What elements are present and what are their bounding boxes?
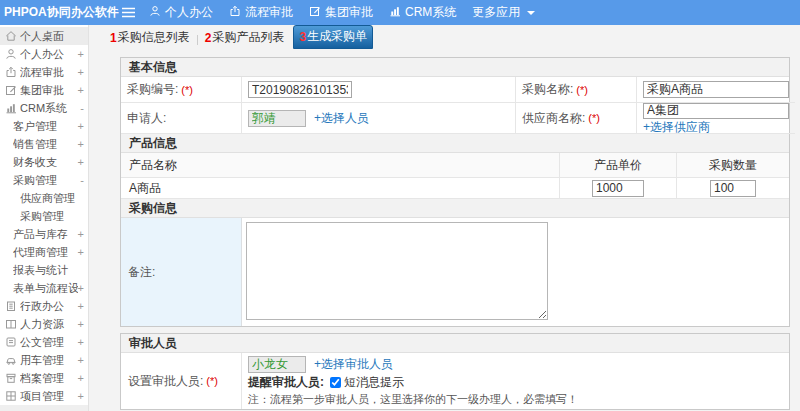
remark-row: 备注: [121, 218, 789, 326]
purchase-no-label: 采购编号: (*) [121, 77, 242, 103]
sidebar-item-human-resources[interactable]: 人力资源 + [0, 315, 88, 333]
expand-plus-icon[interactable]: + [78, 66, 84, 78]
tab-purchase-info-list[interactable]: 1 采购信息列表 [105, 27, 195, 49]
remark-textarea[interactable] [246, 222, 548, 320]
user-icon [149, 5, 161, 20]
nav-flow-approval[interactable]: 流程审批 [229, 4, 293, 21]
nav-crm-system[interactable]: CRM系统 [389, 4, 456, 21]
collapse-minus-icon[interactable]: - [80, 102, 84, 114]
supplier-name-label: 供应商名称: (*) [516, 103, 637, 134]
sidebar-item-purchase-mgmt-sub[interactable]: 采购管理 [0, 207, 88, 225]
col-header-qty: 采购数量 [677, 153, 789, 178]
user-icon [5, 48, 17, 60]
expand-plus-icon[interactable]: + [78, 228, 84, 240]
expand-plus-icon[interactable]: + [78, 390, 84, 402]
col-header-product-name: 产品名称 [121, 153, 560, 178]
expand-plus-icon[interactable]: + [78, 84, 84, 96]
sidebar-item-product-inventory[interactable]: 产品与库存 + [0, 225, 88, 243]
section-header-product-info: 产品信息 [121, 134, 789, 153]
approver-box: 审批人员 设置审批人员: (*) +选择审批人员 提醒审批人员: 短消息提示 [120, 333, 790, 410]
approver-input[interactable] [248, 356, 306, 373]
sidebar-item-partial[interactable] [0, 405, 88, 411]
sidebar-item-admin-office[interactable]: 行政办公 + [0, 297, 88, 315]
sidebar-item-document-mgmt[interactable]: 公文管理 + [0, 333, 88, 351]
nav-group-approval[interactable]: 集团审批 [309, 4, 373, 21]
group-approval-icon [309, 5, 321, 20]
expand-plus-icon[interactable]: + [78, 372, 84, 384]
group-approval-icon [5, 84, 17, 96]
crm-chart-icon [5, 102, 17, 114]
expand-plus-icon[interactable]: + [78, 156, 84, 168]
expand-plus-icon[interactable]: + [78, 354, 84, 366]
purchase-form: 基本信息 采购编号: (*) 采购名称: (*) 申请人: [120, 57, 790, 327]
applicant-input[interactable] [248, 110, 306, 127]
select-approver-link[interactable]: +选择审批人员 [314, 356, 393, 373]
caret-down-icon [527, 11, 535, 15]
unit-price-input[interactable] [592, 180, 644, 197]
purchase-name-input[interactable] [643, 81, 789, 98]
expand-plus-icon[interactable]: + [78, 300, 84, 312]
main-content: 1 采购信息列表 2 采购产品列表 3 生成采购单 基本信息 采购编号: (*) [89, 25, 800, 411]
flow-approval-icon [229, 5, 241, 20]
archive-icon [5, 372, 17, 384]
sidebar: 个人桌面 个人办公 + 流程审批 + 集团审批 + CRM系统 - 客户管理 + [0, 25, 89, 411]
applicant-label: 申请人: [121, 103, 242, 134]
tab-separator [197, 35, 198, 45]
section-header-basic-info: 基本信息 [121, 58, 789, 77]
approver-note: 注：流程第一步审批人员，这里选择你的下一级办理人，必需填写！ [248, 392, 783, 407]
nav-more-apps[interactable]: 更多应用 [472, 4, 535, 21]
sidebar-item-agent-mgmt[interactable]: 代理商管理 + [0, 243, 88, 261]
document-icon [5, 336, 17, 348]
select-person-link[interactable]: +选择人员 [314, 110, 369, 127]
tab-purchase-product-list[interactable]: 2 采购产品列表 [200, 27, 290, 49]
sidebar-item-personal-desktop[interactable]: 个人桌面 [0, 27, 88, 45]
expand-plus-icon[interactable]: + [78, 246, 84, 258]
expand-plus-icon[interactable]: + [78, 120, 84, 132]
set-approver-label: 设置审批人员: (*) [121, 353, 242, 409]
office-building-icon [5, 300, 17, 312]
col-header-unit-price: 产品单价 [560, 153, 677, 178]
sidebar-item-form-flow-settings[interactable]: 表单与流程设置 + [0, 279, 88, 297]
hamburger-menu-icon[interactable] [122, 7, 135, 18]
app-logo-title: PHPOA协同办公软件 [0, 4, 118, 21]
car-icon [5, 354, 17, 366]
sidebar-item-project-mgmt[interactable]: 项目管理 + [0, 387, 88, 405]
sidebar-item-personal-office[interactable]: 个人办公 + [0, 45, 88, 63]
product-table: 产品名称 产品单价 采购数量 A商品 [121, 153, 789, 199]
sidebar-item-reports-stats[interactable]: 报表与统计 [0, 261, 88, 279]
expand-plus-icon[interactable]: + [78, 48, 84, 60]
purchase-name-label: 采购名称: (*) [516, 77, 637, 103]
sidebar-item-finance[interactable]: 财务收支 + [0, 153, 88, 171]
expand-plus-icon[interactable]: + [78, 336, 84, 348]
sidebar-item-supplier-mgmt[interactable]: 供应商管理 [0, 189, 88, 207]
nav-personal-office[interactable]: 个人办公 [149, 4, 213, 21]
select-supplier-link[interactable]: +选择供应商 [643, 119, 710, 136]
sms-remind-label: 短消息提示 [344, 374, 404, 391]
section-header-purchase-info: 采购信息 [121, 199, 789, 218]
expand-plus-icon[interactable]: + [78, 318, 84, 330]
purchase-no-input[interactable] [248, 81, 352, 98]
sidebar-item-vehicle-mgmt[interactable]: 用车管理 + [0, 351, 88, 369]
basic-info-grid: 采购编号: (*) 采购名称: (*) 申请人: + [121, 77, 789, 134]
expand-plus-icon[interactable]: + [78, 282, 84, 294]
topbar: PHPOA协同办公软件 个人办公 流程审批 集团审批 CRM系统 更多应用 [0, 0, 800, 25]
sidebar-item-customer-mgmt[interactable]: 客户管理 + [0, 117, 88, 135]
sidebar-item-flow-approval[interactable]: 流程审批 + [0, 63, 88, 81]
supplier-name-input[interactable] [643, 103, 789, 119]
product-name-cell: A商品 [121, 178, 560, 199]
form-step-tabs: 1 采购信息列表 2 采购产品列表 3 生成采购单 [105, 30, 800, 49]
remind-approver-label: 提醒审批人员: [248, 374, 324, 391]
expand-plus-icon[interactable]: + [78, 138, 84, 150]
collapse-minus-icon[interactable]: - [80, 174, 84, 186]
sidebar-item-archive-mgmt[interactable]: 档案管理 + [0, 369, 88, 387]
sms-remind-checkbox[interactable] [330, 377, 341, 388]
crm-chart-icon [389, 5, 401, 20]
sidebar-item-group-approval[interactable]: 集团审批 + [0, 81, 88, 99]
sidebar-item-sales-mgmt[interactable]: 销售管理 + [0, 135, 88, 153]
sidebar-item-crm-system[interactable]: CRM系统 - [0, 99, 88, 117]
sidebar-item-purchase-mgmt[interactable]: 采购管理 - [0, 171, 88, 189]
section-header-approver: 审批人员 [121, 334, 789, 353]
project-grid-icon [5, 390, 17, 402]
tab-generate-purchase-order[interactable]: 3 生成采购单 [293, 25, 373, 49]
purchase-qty-input[interactable] [710, 180, 756, 197]
